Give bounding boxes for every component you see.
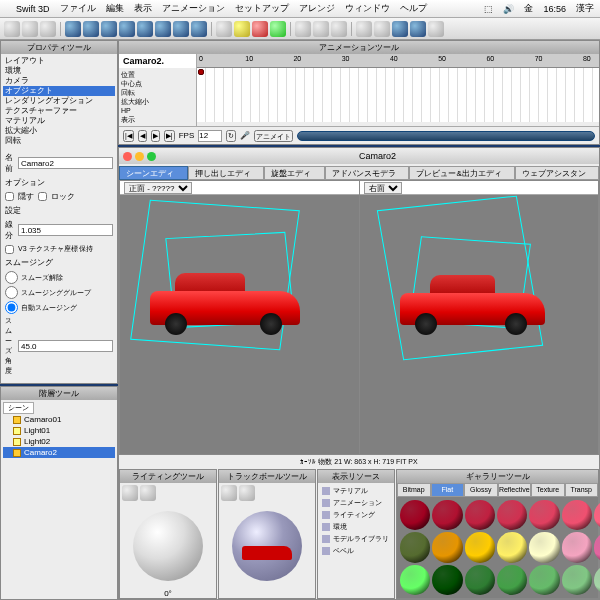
prop-cat-texture[interactable]: テクスチャーファー bbox=[3, 106, 115, 116]
animate-button[interactable]: アニメイト bbox=[254, 130, 293, 142]
ime-indicator[interactable]: 漢字 bbox=[576, 2, 594, 15]
tab-advanced-modeler[interactable]: アドバンスモデラー bbox=[325, 166, 409, 180]
material-swatch[interactable] bbox=[497, 500, 527, 530]
tool-plane-icon[interactable] bbox=[155, 21, 171, 37]
v3tex-checkbox[interactable] bbox=[5, 245, 14, 254]
tab-scene-editor[interactable]: シーンエディタ bbox=[119, 166, 188, 180]
view-select-left[interactable]: 正面 - ????? bbox=[124, 182, 192, 194]
tool-cube-icon[interactable] bbox=[83, 21, 99, 37]
tool-scale-icon[interactable] bbox=[331, 21, 347, 37]
menu-animation[interactable]: アニメーション bbox=[162, 2, 225, 15]
scene-item[interactable]: Camaro01 bbox=[3, 414, 115, 425]
prop-cat-object[interactable]: オブジェクト bbox=[3, 86, 115, 96]
material-swatch[interactable] bbox=[497, 532, 527, 562]
lighting-sphere[interactable] bbox=[133, 511, 203, 581]
hide-checkbox[interactable] bbox=[5, 192, 14, 201]
material-swatch[interactable] bbox=[465, 532, 495, 562]
gal-tab-transparent[interactable]: Transp bbox=[565, 483, 599, 497]
dropbox-icon[interactable]: ⬚ bbox=[484, 4, 493, 14]
tab-extrude-editor[interactable]: 押し出しエディタ bbox=[188, 166, 265, 180]
tool-path-icon[interactable] bbox=[270, 21, 286, 37]
loop-button[interactable]: ↻ bbox=[226, 130, 236, 142]
segments-input[interactable] bbox=[18, 224, 113, 236]
fps-input[interactable] bbox=[198, 130, 222, 142]
tool-move-icon[interactable] bbox=[295, 21, 311, 37]
zoom-icon[interactable] bbox=[147, 152, 156, 161]
prop-cat-rendering[interactable]: レンダリングオプション bbox=[3, 96, 115, 106]
scene-item[interactable]: Light02 bbox=[3, 436, 115, 447]
viewport-right[interactable]: 右面 bbox=[360, 181, 599, 454]
scene-item[interactable]: Light01 bbox=[3, 425, 115, 436]
material-swatch[interactable] bbox=[594, 532, 600, 562]
tab-lathe-editor[interactable]: 旋盤エディタ bbox=[264, 166, 325, 180]
smooth-group-radio[interactable] bbox=[5, 286, 18, 299]
keyframe-icon[interactable] bbox=[198, 69, 204, 75]
close-icon[interactable] bbox=[123, 152, 132, 161]
prop-cat-rotate[interactable]: 回転 bbox=[3, 136, 115, 146]
tool-rotate-icon[interactable] bbox=[313, 21, 329, 37]
cat-environment[interactable]: 環境 bbox=[320, 521, 392, 533]
lock-checkbox[interactable] bbox=[38, 192, 47, 201]
tool-settings-icon[interactable] bbox=[428, 21, 444, 37]
timeline-grid[interactable] bbox=[197, 68, 599, 122]
timeline[interactable]: 0 10 20 30 40 50 60 70 80 bbox=[197, 54, 599, 126]
material-swatch[interactable] bbox=[529, 500, 559, 530]
viewport-left[interactable]: 正面 - ????? bbox=[120, 181, 359, 454]
anim-prop-position[interactable]: 位置 bbox=[121, 70, 194, 79]
cat-animation[interactable]: アニメーション bbox=[320, 497, 392, 509]
cat-model-library[interactable]: モデルライブラリ bbox=[320, 533, 392, 545]
scene-item-selected[interactable]: Camaro2 bbox=[3, 447, 115, 458]
anim-prop-rotation[interactable]: 回転 bbox=[121, 88, 194, 97]
tool-cylinder-icon[interactable] bbox=[119, 21, 135, 37]
material-swatch[interactable] bbox=[432, 532, 462, 562]
smooth-angle-input[interactable] bbox=[18, 340, 113, 352]
menu-help[interactable]: ヘルプ bbox=[400, 2, 427, 15]
tool-export-icon[interactable] bbox=[410, 21, 426, 37]
tool-undo-icon[interactable] bbox=[356, 21, 372, 37]
gal-tab-flat[interactable]: Flat bbox=[431, 483, 465, 497]
play-next-button[interactable]: ▶ bbox=[151, 130, 160, 142]
tool-text-icon[interactable] bbox=[191, 21, 207, 37]
tool-open-icon[interactable] bbox=[22, 21, 38, 37]
tool-pyramid-icon[interactable] bbox=[173, 21, 189, 37]
trackball-sphere[interactable] bbox=[232, 511, 302, 581]
tool-redo-icon[interactable] bbox=[374, 21, 390, 37]
tool-cone-icon[interactable] bbox=[101, 21, 117, 37]
prop-cat-material[interactable]: マテリアル bbox=[3, 116, 115, 126]
cat-material[interactable]: マテリアル bbox=[320, 485, 392, 497]
material-swatch[interactable] bbox=[432, 565, 462, 595]
tool-torus-icon[interactable] bbox=[137, 21, 153, 37]
play-prev-button[interactable]: ◀ bbox=[138, 130, 147, 142]
material-swatch[interactable] bbox=[594, 565, 600, 595]
material-swatch[interactable] bbox=[400, 500, 430, 530]
light-add-icon[interactable] bbox=[122, 485, 138, 501]
minimize-icon[interactable] bbox=[135, 152, 144, 161]
view-select-right[interactable]: 右面 bbox=[364, 182, 402, 194]
menu-file[interactable]: ファイル bbox=[60, 2, 96, 15]
smooth-off-radio[interactable] bbox=[5, 271, 18, 284]
tab-web-assistant[interactable]: ウェブアシスタント bbox=[515, 166, 599, 180]
material-swatch[interactable] bbox=[562, 532, 592, 562]
timeline-scrubber[interactable] bbox=[297, 131, 595, 141]
material-swatch[interactable] bbox=[529, 532, 559, 562]
scene-tab[interactable]: シーン bbox=[3, 402, 34, 414]
tb-lock-icon[interactable] bbox=[239, 485, 255, 501]
cat-bevel[interactable]: ベベル bbox=[320, 545, 392, 557]
menu-window[interactable]: ウィンドウ bbox=[345, 2, 390, 15]
material-swatch[interactable] bbox=[400, 532, 430, 562]
anim-prop-scale[interactable]: 拡大縮小 bbox=[121, 97, 194, 106]
material-swatch[interactable] bbox=[400, 565, 430, 595]
anim-prop-hp[interactable]: HP bbox=[121, 106, 194, 115]
material-swatch[interactable] bbox=[529, 565, 559, 595]
tool-target-icon[interactable] bbox=[252, 21, 268, 37]
gal-tab-bitmap[interactable]: Bitmap bbox=[397, 483, 431, 497]
prop-cat-environment[interactable]: 環境 bbox=[3, 66, 115, 76]
menu-setup[interactable]: セットアップ bbox=[235, 2, 289, 15]
gal-tab-reflective[interactable]: Reflective bbox=[498, 483, 532, 497]
play-end-button[interactable]: ▶| bbox=[164, 130, 175, 142]
material-swatch[interactable] bbox=[594, 500, 600, 530]
tool-render-icon[interactable] bbox=[392, 21, 408, 37]
material-swatch[interactable] bbox=[465, 500, 495, 530]
play-start-button[interactable]: |◀ bbox=[123, 130, 134, 142]
anim-prop-pivot[interactable]: 中心点 bbox=[121, 79, 194, 88]
